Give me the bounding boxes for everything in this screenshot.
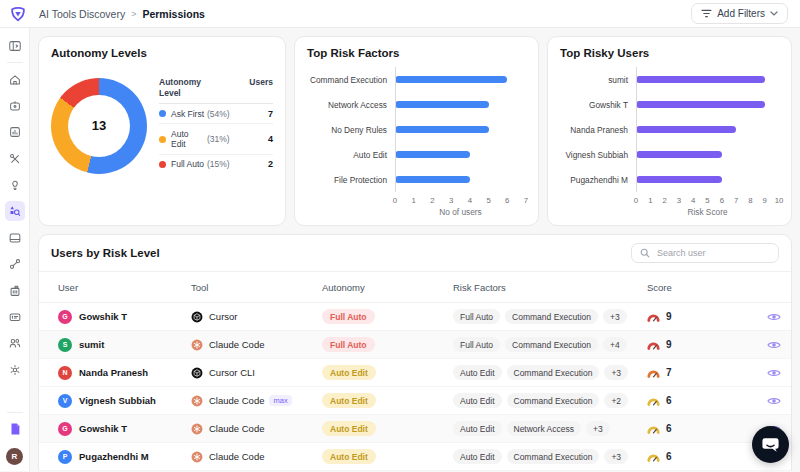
table-row[interactable]: NNanda PraneshCursor CLIAuto EditAuto Ed… bbox=[39, 359, 791, 387]
organization-icon[interactable] bbox=[5, 281, 25, 301]
app-logo-icon[interactable] bbox=[9, 5, 27, 23]
table-row[interactable]: SsumitClaude CodeFull AutoFull AutoComma… bbox=[39, 331, 791, 359]
tools-icon[interactable] bbox=[5, 149, 25, 169]
user-avatar: S bbox=[58, 338, 72, 352]
view-user-button[interactable] bbox=[765, 310, 783, 324]
bar[interactable] bbox=[636, 101, 765, 108]
autonomy-donut-chart[interactable]: 13 bbox=[51, 78, 147, 174]
sidebar: R bbox=[0, 28, 30, 471]
risk-factors-cell: Auto EditCommand Execution+3 bbox=[453, 365, 647, 380]
add-filters-button[interactable]: Add Filters bbox=[691, 3, 788, 24]
x-tick-label: 7 bbox=[734, 196, 738, 205]
bar-category-label: Pugazhendhi M bbox=[560, 175, 636, 185]
x-tick-label: 0 bbox=[393, 196, 397, 205]
cursor-logo-icon bbox=[191, 311, 203, 323]
view-user-button[interactable] bbox=[765, 394, 783, 408]
breadcrumb-current: Permissions bbox=[142, 8, 204, 20]
score-value: 7 bbox=[666, 367, 672, 378]
tool-name: Claude Code bbox=[209, 423, 264, 434]
user-avatar-menu[interactable]: R bbox=[6, 448, 23, 465]
bar[interactable] bbox=[636, 76, 765, 83]
home-icon[interactable] bbox=[5, 70, 25, 90]
x-tick-label: 6 bbox=[720, 196, 724, 205]
bot-icon[interactable] bbox=[5, 96, 25, 116]
col-header-risk-factors: Risk Factors bbox=[453, 282, 647, 293]
purple-document-icon[interactable] bbox=[5, 419, 25, 439]
id-card-icon[interactable] bbox=[5, 307, 25, 327]
claude-logo-icon bbox=[191, 395, 203, 407]
view-user-button[interactable] bbox=[765, 366, 783, 380]
x-tick-label: 6 bbox=[505, 196, 509, 205]
bar-row: Auto Edit bbox=[307, 142, 526, 167]
autonomy-levels-title: Autonomy Levels bbox=[51, 47, 273, 59]
panel-toggle-icon[interactable] bbox=[5, 36, 25, 56]
risk-chip: Command Execution bbox=[505, 309, 598, 324]
eye-icon bbox=[767, 340, 781, 350]
discovery-search-icon[interactable] bbox=[5, 201, 25, 221]
bar[interactable] bbox=[636, 176, 722, 183]
risk-chip: +2 bbox=[604, 393, 628, 408]
ideas-icon[interactable] bbox=[5, 175, 25, 195]
col-header-user: User bbox=[39, 282, 191, 293]
risk-chip: Network Access bbox=[507, 421, 581, 436]
risky-users-bar-chart: sumitGowshik TNanda PraneshVignesh Subbi… bbox=[560, 67, 779, 217]
x-axis: 012345678910 bbox=[560, 195, 779, 206]
bar[interactable] bbox=[636, 151, 722, 158]
users-icon[interactable] bbox=[5, 333, 25, 353]
bar-category-label: Network Access bbox=[307, 100, 395, 110]
user-name: Nanda Pranesh bbox=[79, 367, 148, 378]
breadcrumb-parent-link[interactable]: AI Tools Discovery bbox=[39, 8, 125, 20]
bar[interactable] bbox=[395, 126, 489, 133]
bar-track bbox=[636, 176, 779, 183]
users-table-card: Users by Risk Level User Tool Autonomy R… bbox=[38, 234, 792, 471]
bar[interactable] bbox=[395, 176, 470, 183]
risk-factors-cell: Full AutoCommand Execution+3 bbox=[453, 309, 647, 324]
axis-spacer bbox=[307, 195, 395, 206]
risk-chip: Command Execution bbox=[507, 393, 600, 408]
summary-cards-row: Autonomy Levels 13 Autonomy Level Users … bbox=[38, 36, 792, 226]
action-cell bbox=[757, 366, 791, 380]
bar-track bbox=[395, 126, 526, 133]
table-row[interactable]: PPugazhendhi MClaude CodeAuto EditAuto E… bbox=[39, 443, 791, 471]
view-user-button[interactable] bbox=[765, 338, 783, 352]
legend-dot-icon bbox=[159, 161, 166, 168]
score-cell: 9 bbox=[647, 339, 757, 350]
user-name: Pugazhendhi M bbox=[79, 451, 149, 462]
risk-factors-cell: Full AutoCommand Execution+4 bbox=[453, 337, 647, 352]
tool-name: Cursor bbox=[209, 311, 238, 322]
score-value: 6 bbox=[666, 423, 672, 434]
x-tick-label: 7 bbox=[524, 196, 528, 205]
analytics-icon[interactable] bbox=[5, 122, 25, 142]
x-axis: 01234567 bbox=[307, 195, 526, 206]
table-row[interactable]: GGowshik TCursorFull AutoFull AutoComman… bbox=[39, 303, 791, 331]
tool-name: Claude Code bbox=[209, 395, 264, 406]
x-tick-label: 1 bbox=[412, 196, 416, 205]
bar[interactable] bbox=[395, 151, 470, 158]
table-row[interactable]: GGowshik TClaude CodeAuto EditAuto EditN… bbox=[39, 415, 791, 443]
table-body: GGowshik TCursorFull AutoFull AutoComman… bbox=[39, 303, 791, 471]
autonomy-badge: Auto Edit bbox=[322, 393, 376, 408]
settings-gear-icon[interactable] bbox=[5, 360, 25, 380]
search-icon bbox=[640, 248, 650, 258]
bar[interactable] bbox=[636, 126, 736, 133]
legend-label: Full Auto bbox=[171, 159, 205, 169]
bar[interactable] bbox=[395, 101, 489, 108]
table-row[interactable]: VVignesh SubbiahClaude CodemaxAuto EditA… bbox=[39, 387, 791, 415]
autonomy-badge: Auto Edit bbox=[322, 449, 376, 464]
browser-window-icon[interactable] bbox=[5, 228, 25, 248]
search-user-input[interactable] bbox=[655, 247, 770, 259]
x-tick-label: 9 bbox=[763, 196, 767, 205]
score-gauge-icon bbox=[647, 340, 660, 350]
bar[interactable] bbox=[395, 76, 507, 83]
bar-row: Nanda Pranesh bbox=[560, 117, 779, 142]
legend-users-count: 7 bbox=[268, 109, 273, 119]
x-tick-label: 3 bbox=[677, 196, 681, 205]
bar-track bbox=[636, 126, 779, 133]
tool-cell: Claude Code bbox=[191, 423, 322, 435]
user-cell: PPugazhendhi M bbox=[39, 450, 191, 464]
legend-percent: (15%) bbox=[207, 159, 230, 169]
integrations-icon[interactable] bbox=[5, 254, 25, 274]
risk-factors-cell: Auto EditCommand Execution+3 bbox=[453, 449, 647, 464]
chat-widget-button[interactable] bbox=[752, 426, 789, 463]
score-cell: 6 bbox=[647, 451, 757, 462]
